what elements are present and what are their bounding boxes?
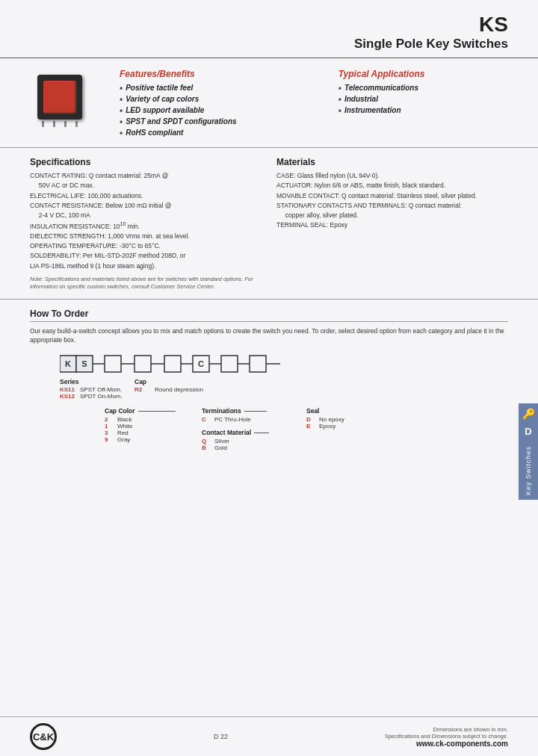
svg-rect-14: [221, 356, 238, 372]
seal-label: Seal: [306, 407, 381, 415]
applications-list: Telecommunications Industrial Instrument…: [338, 84, 508, 115]
series-label: Series: [60, 378, 127, 385]
cc-white: 1 White: [105, 423, 202, 430]
series-ks11: KS11 SPST Off-Mom.: [60, 386, 127, 393]
cc-black: 2 Black: [105, 416, 202, 423]
cap-color-group: Cap Color 2 Black 1 White 3 Red: [105, 407, 202, 451]
specs-content: CONTACT RATING: Q contact material: 25mA…: [30, 171, 262, 271]
tab-letter: D: [525, 426, 531, 437]
features-title: Features/Benefits: [120, 69, 324, 79]
product-title: Single Pole Key Switches: [30, 37, 508, 52]
order-title: How To Order: [30, 309, 508, 322]
materials-content: CASE: Glass filled nylon (UL 94V-0). ACT…: [276, 171, 508, 230]
seal-e: E Epoxy: [306, 423, 381, 430]
key-icon: 🔑: [522, 408, 535, 420]
svg-rect-9: [164, 356, 181, 372]
cc-gray: 9 Gray: [105, 436, 202, 443]
specifications-col: Specifications CONTACT RATING: Q contact…: [30, 157, 262, 291]
top-section: Features/Benefits Positive tactile feel …: [0, 58, 538, 148]
materials-col: Materials CASE: Glass filled nylon (UL 9…: [276, 157, 508, 291]
svg-text:S: S: [81, 359, 87, 368]
page: KS Single Pole Key Switches Features/Ben…: [0, 0, 538, 756]
svg-text:C: C: [198, 359, 204, 368]
order-description: Our easy build-a-switch concept allows y…: [30, 326, 508, 346]
header: KS Single Pole Key Switches: [0, 0, 538, 58]
feature-item-3: LED support available: [120, 106, 324, 115]
contact-b: B Gold: [202, 444, 306, 451]
order-diagram-svg: K S C: [60, 353, 433, 375]
features-list: Positive tactile feel Variety of cap col…: [120, 84, 324, 137]
svg-text:K: K: [65, 359, 71, 368]
cc-red: 3 Red: [105, 430, 202, 436]
seal-group: Seal D No epoxy E Epoxy: [306, 407, 381, 451]
feature-item-1: Positive tactile feel: [120, 84, 324, 93]
app-item-1: Telecommunications: [338, 84, 508, 93]
features-section: Features/Benefits Positive tactile feel …: [105, 69, 324, 140]
materials-title: Materials: [276, 157, 508, 167]
series-group: Series KS11 SPST Off-Mom. KS12 SPDT On-M…: [60, 378, 127, 400]
cap-label: Cap: [134, 378, 209, 385]
feature-item-5: RoHS compliant: [120, 128, 324, 137]
product-image: [30, 75, 97, 127]
app-item-2: Industrial: [338, 95, 508, 104]
terminations-group: Terminations C PC Thru-Hole Contact Mate…: [202, 407, 306, 451]
series-ks12: KS12 SPDT On-Mom.: [60, 393, 127, 400]
applications-title: Typical Applications: [338, 69, 508, 79]
page-number: D 22: [214, 733, 228, 740]
feature-item-2: Variety of cap colors: [120, 95, 324, 104]
term-c: C PC Thru-Hole: [202, 416, 306, 423]
footer-disclaimer: Dimensions are shown in mm. Specificatio…: [385, 726, 508, 740]
company-logo: C&K: [30, 723, 57, 750]
logo-circle: C&K: [30, 723, 57, 750]
specs-note: Note: Specifications and materials liste…: [30, 276, 262, 291]
sidebar-tab: 🔑 D Key Switches: [519, 403, 538, 500]
contact-label: Contact Material: [202, 429, 251, 436]
footer-url: www.ck-components.com: [385, 740, 508, 748]
footer: C&K D 22 Dimensions are shown in mm. Spe…: [0, 716, 538, 756]
tab-label: Key Switches: [525, 446, 532, 495]
applications-section: Typical Applications Telecommunications …: [331, 69, 508, 117]
how-to-order-section: How To Order Our easy build-a-switch con…: [0, 300, 538, 465]
cap-color-label: Cap Color: [105, 407, 135, 415]
svg-rect-7: [134, 356, 151, 372]
logo-text: C&K: [33, 731, 54, 743]
specs-section: Specifications CONTACT RATING: Q contact…: [0, 148, 538, 300]
cap-group: Cap R2 Round depression: [127, 378, 209, 400]
app-item-3: Instrumentation: [338, 106, 508, 115]
cap-r2: R2 Round depression: [134, 386, 209, 393]
order-diagram: K S C: [60, 353, 508, 451]
specs-title: Specifications: [30, 157, 262, 167]
contact-q: Q Silver: [202, 438, 306, 444]
footer-right: Dimensions are shown in mm. Specificatio…: [385, 726, 508, 748]
model-number: KS: [30, 13, 508, 37]
footer-page: D 22: [214, 733, 228, 740]
product-photo: [37, 75, 90, 127]
svg-rect-5: [105, 356, 121, 372]
terminations-label: Terminations: [202, 407, 241, 415]
feature-item-4: SPST and SPDT configurations: [120, 117, 324, 126]
svg-rect-16: [250, 356, 266, 372]
seal-d: D No epoxy: [306, 416, 381, 423]
